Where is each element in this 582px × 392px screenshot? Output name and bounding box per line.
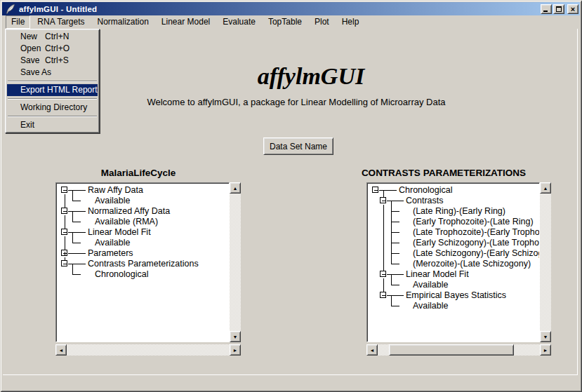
menu-help[interactable]: Help (336, 15, 365, 29)
scroll-thumb[interactable] (389, 344, 514, 356)
menu-item-working-directory[interactable]: Working Directory (7, 102, 98, 114)
tree-node-label[interactable]: Contrasts (406, 196, 444, 206)
maximize-button[interactable] (553, 4, 564, 14)
tree-node-label[interactable]: Raw Affy Data (88, 185, 143, 196)
menu-normalization[interactable]: Normalization (92, 15, 154, 29)
menu-item-open[interactable]: Open Ctrl+O (7, 43, 98, 55)
tree-line (68, 190, 86, 191)
tree-row: Available (367, 301, 539, 311)
tree-node-label[interactable]: Contrasts Parameterizations (88, 259, 199, 269)
tree-node-label[interactable]: (Early Schizogony)-(Late Trophozoite) (413, 238, 540, 248)
expand-icon[interactable] (61, 250, 67, 256)
tree-node-label[interactable]: Chronological (399, 185, 452, 196)
tree-line (383, 280, 384, 290)
menu-toptable[interactable]: TopTable (263, 15, 307, 29)
tree-row: Normalized Affy Data (56, 206, 229, 217)
collapse-icon[interactable] (61, 229, 67, 235)
collapse-icon[interactable] (61, 187, 67, 193)
scroll-up-button[interactable]: ▲ (230, 182, 241, 194)
scroll-up-button[interactable]: ▲ (540, 182, 551, 194)
scroll-right-button[interactable]: ► (540, 344, 551, 356)
right-arrow-icon: ► (233, 348, 238, 353)
scroll-track[interactable] (540, 194, 551, 331)
tree-line (72, 201, 81, 201)
tree-node-label[interactable]: (Merozoite)-(Late Schizogony) (413, 259, 531, 269)
contrasts-tree[interactable]: ChronologicalContrasts(Late Ring)-(Early… (366, 182, 540, 342)
data-set-name-button[interactable]: Data Set Name (263, 137, 333, 155)
close-button[interactable]: × (567, 4, 578, 14)
left-horizontal-scrollbar[interactable]: ◄ ► (55, 344, 241, 356)
tree-line (391, 285, 399, 285)
tree-line (383, 259, 384, 269)
tree-line (391, 253, 399, 254)
tree-node-label[interactable]: (Late Ring)-(Early Ring) (413, 206, 505, 217)
menu-file[interactable]: File (6, 15, 30, 29)
tree-node-label[interactable]: Normalized Affy Data (88, 206, 170, 217)
right-vertical-scrollbar[interactable]: ▲ ▼ (540, 182, 551, 342)
right-tree-header: CONTRASTS PARAMETERIZATIONS (358, 168, 529, 178)
tree-row: Contrasts (367, 196, 539, 206)
scroll-right-button[interactable]: ► (230, 344, 241, 356)
tree-node-label[interactable]: Linear Model Fit (88, 227, 151, 238)
tree-line (387, 201, 404, 201)
right-horizontal-scrollbar[interactable]: ◄ ► (366, 344, 551, 356)
menu-linear-model[interactable]: Linear Model (156, 15, 216, 29)
down-arrow-icon: ▼ (233, 334, 238, 339)
scroll-track[interactable] (378, 344, 540, 356)
scroll-down-button[interactable]: ▼ (540, 331, 551, 342)
menu-item-exit[interactable]: Exit (7, 119, 98, 131)
tree-row: (Early Trophozoite)-(Late Ring) (367, 217, 539, 227)
collapse-icon[interactable] (61, 208, 67, 214)
collapse-icon[interactable] (372, 187, 378, 193)
tree-node-label[interactable]: Available (413, 301, 449, 311)
left-tree-header: MalariaLifeCycle (68, 168, 209, 178)
tree-line (68, 253, 86, 254)
scroll-track[interactable] (230, 194, 241, 331)
tree-node-label[interactable]: Available (95, 238, 131, 248)
application-window: affylmGUI - Untitled × File RNA Targets … (0, 0, 582, 392)
tree-line (72, 243, 81, 243)
menu-item-export-html-report[interactable]: Export HTML Report (7, 84, 98, 96)
tree-node-label[interactable]: Linear Model Fit (406, 269, 469, 280)
scroll-left-button[interactable]: ◄ (55, 344, 67, 356)
tree-row: Empirical Bayes Statistics (367, 290, 539, 301)
minimize-icon (543, 11, 548, 12)
collapse-icon[interactable] (380, 292, 386, 298)
tree-node-label[interactable]: Parameters (88, 248, 133, 259)
scroll-left-button[interactable]: ◄ (366, 344, 378, 356)
tree-node-label[interactable]: Empirical Bayes Statistics (406, 290, 506, 301)
menu-item-label: Save As (20, 67, 51, 79)
menu-item-new[interactable]: New Ctrl+N (7, 31, 98, 43)
collapse-icon[interactable] (380, 271, 386, 277)
menu-plot[interactable]: Plot (309, 15, 335, 29)
tree-node-label[interactable]: (Late Trophozoite)-(Early Trophozoite) (413, 227, 540, 238)
menu-item-label: Working Directory (20, 102, 87, 114)
tree-node-label[interactable]: Available (95, 196, 131, 206)
menu-item-save-as[interactable]: Save As (7, 67, 98, 79)
menu-item-label: Save (20, 55, 39, 67)
tree-node-label[interactable]: (Early Trophozoite)-(Late Ring) (413, 217, 534, 227)
titlebar[interactable]: affylmGUI - Untitled × (2, 2, 580, 15)
menu-evaluate[interactable]: Evaluate (217, 15, 261, 29)
tree-node-label[interactable]: Available (RMA) (95, 217, 158, 227)
tree-line (391, 232, 399, 233)
tree-node-label[interactable]: (Late Schizogony)-(Early Schizogony) (413, 248, 540, 259)
tree-line (65, 196, 65, 206)
left-vertical-scrollbar[interactable]: ▲ ▼ (230, 182, 241, 342)
scroll-track[interactable] (67, 344, 230, 356)
tree-node-label[interactable]: Available (413, 280, 449, 290)
menu-item-label: Open (20, 43, 41, 55)
tree-node-label[interactable]: Chronological (95, 269, 148, 280)
minimize-button[interactable] (541, 4, 552, 14)
left-arrow-icon: ◄ (370, 348, 375, 353)
scroll-down-button[interactable]: ▼ (230, 331, 241, 342)
up-arrow-icon: ▲ (543, 186, 548, 191)
tree-line (383, 190, 384, 196)
tree-row: (Merozoite)-(Late Schizogony) (367, 259, 539, 269)
dataset-tree[interactable]: Raw Affy DataAvailableNormalized Affy Da… (55, 182, 230, 342)
window-title: affylmGUI - Untitled (19, 5, 539, 13)
collapse-icon[interactable] (61, 260, 67, 266)
menu-rna-targets[interactable]: RNA Targets (32, 15, 90, 29)
menu-item-save[interactable]: Save Ctrl+S (7, 55, 98, 67)
collapse-icon[interactable] (380, 197, 386, 203)
